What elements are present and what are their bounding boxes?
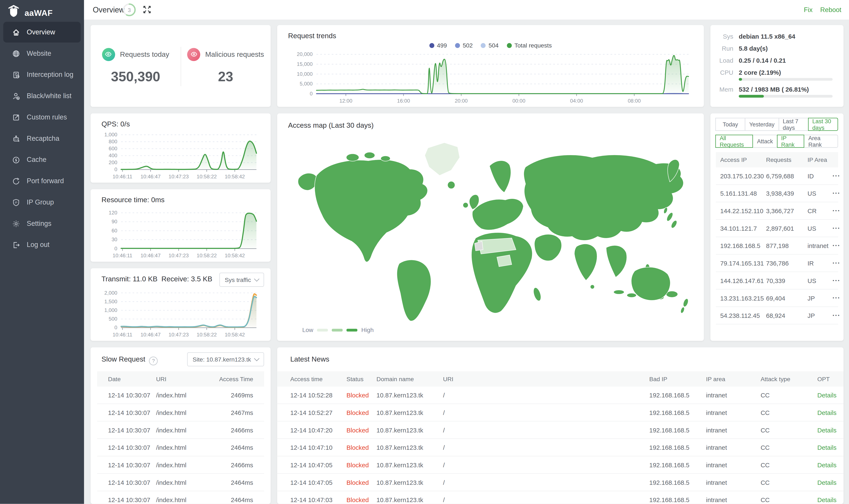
access-ip: 34.101.121.7 [720, 225, 766, 232]
request-trends-card: Request trends 499502504Total requests 0… [277, 25, 704, 107]
more-actions-icon[interactable]: ••• [833, 191, 841, 196]
ip-area: intranet [808, 242, 833, 249]
details-link[interactable]: Details [817, 444, 836, 451]
sys-info-card: Sysdebian 11.5 x86_64 Run5.8 day(s) Load… [710, 25, 844, 107]
transmit-value: Transmit: 11.0 KB [102, 275, 158, 283]
sidebar-item-port-forward[interactable]: Port forward [3, 171, 81, 192]
receive-value: Receive: 3.5 KB [161, 275, 212, 283]
news-row: 12-14 10:47:05 Blocked 10.87.kern123.tk … [277, 456, 844, 474]
page-title: Overview [93, 5, 125, 14]
news-domain: 10.87.kern123.tk [376, 479, 443, 486]
svg-text:10:58:42: 10:58:42 [225, 332, 245, 338]
more-actions-icon[interactable]: ••• [833, 226, 841, 231]
more-actions-icon[interactable]: ••• [833, 295, 841, 300]
more-actions-icon[interactable]: ••• [833, 313, 841, 318]
sidebar-item-settings[interactable]: Settings [3, 213, 81, 234]
details-link[interactable]: Details [817, 427, 836, 433]
legend-item[interactable]: 502 [455, 42, 473, 49]
news-domain: 10.87.kern123.tk [376, 392, 443, 398]
svg-text:800: 800 [109, 139, 118, 144]
details-link[interactable]: Details [817, 409, 836, 416]
user-list-icon [12, 92, 20, 100]
more-actions-icon[interactable]: ••• [833, 278, 841, 283]
slow-table-body: 12-14 10:30:07 /index.html 2469ms 12-14 … [97, 386, 264, 504]
ip-table-header: Access IP Requests IP Area [716, 152, 838, 167]
access-ip: 13.231.163.215 [720, 295, 766, 301]
details-link[interactable]: Details [817, 497, 836, 503]
details-link[interactable]: Details [817, 392, 836, 398]
ip-area: IR [808, 260, 833, 266]
more-actions-icon[interactable]: ••• [833, 260, 841, 266]
news-table-body: 12-14 10:52:28 Blocked 10.87.kern123.tk … [277, 386, 844, 504]
timeframe-tab[interactable]: Yesterday [745, 118, 779, 131]
news-status: Blocked [347, 497, 376, 503]
rank-filter-tab[interactable]: IP Rank [777, 134, 804, 148]
more-actions-icon[interactable]: ••• [833, 174, 841, 178]
requests-today-label: Requests today [120, 50, 169, 58]
mem-value: 532 / 1983 MB ( 26.81%) [739, 86, 809, 93]
app-title: aaWAF [24, 8, 53, 17]
news-ip-area: intranet [706, 392, 761, 398]
sidebar-item-label: Custom rules [27, 113, 67, 121]
news-uri: / [443, 497, 650, 503]
news-ip-area: intranet [706, 479, 761, 486]
legend-item[interactable]: 504 [481, 42, 499, 49]
sidebar-item-interception-log[interactable]: Interception log [3, 65, 81, 85]
slow-access-time: 2464ms [210, 444, 253, 451]
news-attack-type: CC [761, 462, 817, 468]
traffic-source-select[interactable]: Sys traffic [219, 273, 264, 287]
site-select[interactable]: Site: 10.87.kern123.tk [187, 352, 264, 366]
fix-button[interactable]: Fix [804, 6, 812, 14]
sidebar: aaWAF Overview Website Interception log … [0, 0, 84, 504]
sidebar-item-black-white-list[interactable]: Black/white list [3, 86, 81, 106]
news-attack-type: CC [761, 497, 817, 503]
ip-table-row: 34.101.121.7 2,897,601 US ••• [716, 220, 838, 237]
run-value: 5.8 day(s) [739, 45, 768, 52]
slow-date: 12-14 10:30:07 [108, 444, 156, 451]
svg-text:10:58:22: 10:58:22 [197, 174, 217, 179]
sidebar-item-custom-rules[interactable]: Custom rules [3, 107, 81, 127]
refresh-countdown-badge[interactable]: 3 [122, 3, 137, 17]
reboot-button[interactable]: Reboot [820, 6, 842, 14]
request-filter-tab[interactable]: All Requests [715, 134, 753, 148]
more-actions-icon[interactable]: ••• [833, 243, 841, 248]
map-legend-swatch-high [347, 329, 357, 331]
more-actions-icon[interactable]: ••• [833, 208, 841, 213]
filter-row: All RequestsAttack IP RankArea Rank [716, 134, 838, 148]
sidebar-item-log-out[interactable]: Log out [3, 234, 81, 255]
sidebar-item-recaptcha[interactable]: Recaptcha [3, 128, 81, 149]
fullscreen-icon[interactable] [143, 5, 151, 16]
details-link[interactable]: Details [817, 462, 836, 468]
legend-item[interactable]: Total requests [507, 42, 552, 49]
legend-item[interactable]: 499 [429, 42, 447, 49]
chevron-down-icon [254, 356, 260, 361]
robot-icon [12, 134, 20, 143]
svg-text:10:46:11: 10:46:11 [112, 332, 132, 338]
slow-access-time: 2464ms [210, 479, 253, 486]
news-attack-type: CC [761, 479, 817, 486]
request-filter-tabs: All RequestsAttack [716, 134, 777, 148]
map-legend-swatch-mid [332, 329, 343, 331]
help-icon[interactable]: ? [149, 357, 158, 365]
request-filter-tab[interactable]: Attack [753, 134, 777, 148]
ip-table-row: 13.231.163.215 69,404 JP ••• [716, 290, 838, 307]
timeframe-tab[interactable]: Last 7 days [778, 118, 809, 131]
news-ip-area: intranet [706, 497, 761, 503]
sidebar-item-ip-group[interactable]: IP IP Group [3, 192, 81, 213]
ip-area: JP [808, 295, 833, 301]
news-attack-type: CC [761, 427, 817, 433]
details-link[interactable]: Details [817, 479, 836, 486]
rank-filter-tab[interactable]: Area Rank [804, 134, 838, 148]
sidebar-item-cache[interactable]: Cache [3, 149, 81, 170]
news-uri: / [443, 479, 650, 486]
timeframe-tab[interactable]: Today [715, 118, 745, 131]
world-map[interactable] [289, 134, 692, 325]
sidebar-item-website[interactable]: Website [3, 43, 81, 64]
svg-text:600: 600 [109, 146, 118, 151]
timeframe-tab[interactable]: Last 30 days [808, 118, 838, 131]
map-legend: Low High [302, 327, 374, 333]
slow-uri: /index.html [156, 497, 210, 503]
cpu-label: CPU [710, 69, 733, 76]
sidebar-item-overview[interactable]: Overview [3, 22, 81, 42]
ip-shield-icon: IP [12, 198, 20, 206]
